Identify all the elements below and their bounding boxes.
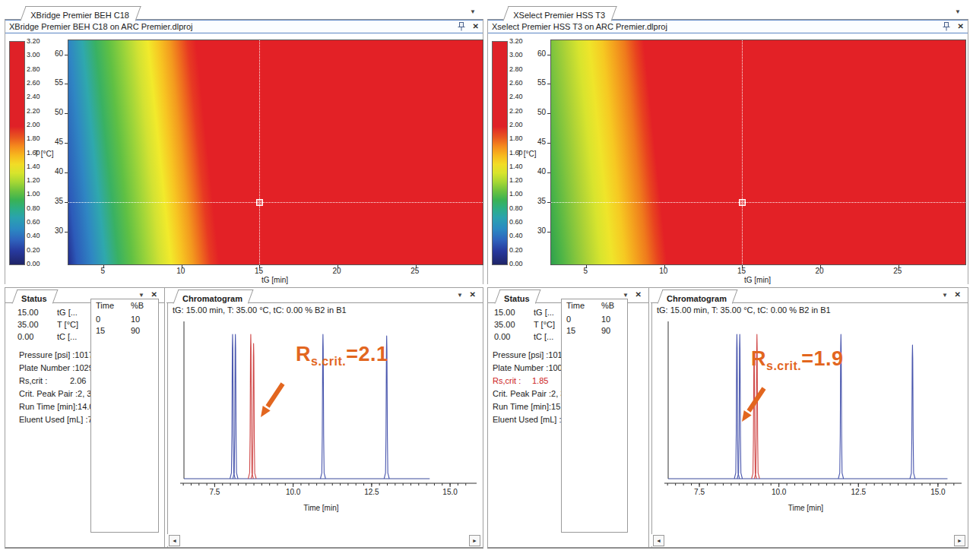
- map-y-tick-label: 50: [55, 108, 63, 116]
- chrom-x-tick-label: 7.5: [209, 488, 220, 496]
- gradient-table-header: Time%B: [562, 299, 627, 314]
- colorbar-tick-label: 2.00: [27, 121, 40, 128]
- status-input-label: tC [...: [57, 332, 77, 341]
- colorbar-tick-label: 0.80: [509, 204, 523, 212]
- pin-icon[interactable]: [943, 22, 950, 31]
- chromatogram-tab[interactable]: Chromatogram: [173, 289, 254, 304]
- tab-list-dropdown-icon[interactable]: ▼: [470, 8, 476, 16]
- document-tab-strip: XSelect Premier HSS T3 ▼: [487, 5, 968, 20]
- map-y-tick-label: 35: [537, 197, 546, 205]
- colorbar-tick-label: 2.00: [509, 121, 523, 128]
- chromatogram-conditions: tG: 15.00 min, T: 35.00 °C, tC: 0.00 % B…: [657, 305, 831, 315]
- cursor-line-vertical: [742, 40, 743, 264]
- map-plot[interactable]: [550, 40, 966, 265]
- colorbar-tick-label: 2.40: [27, 93, 40, 100]
- map-y-tick: [65, 143, 68, 144]
- map-y-tick-label: 40: [537, 167, 546, 176]
- cursor-marker[interactable]: [256, 199, 263, 206]
- map-y-tick: [547, 113, 550, 114]
- map-y-tick: [547, 55, 550, 55]
- pin-icon[interactable]: [458, 22, 465, 31]
- status-input-label: tG [...: [57, 308, 78, 317]
- gradient-table-header: Time%B: [91, 299, 158, 314]
- rs-crit-annotation: Rs.crit.=1.9: [751, 347, 844, 373]
- close-icon[interactable]: ✕: [955, 290, 961, 299]
- status-panel: Status ▼ ✕ 15.00tG [...35.00T [°C]0.00tC…: [5, 288, 164, 547]
- close-icon[interactable]: ✕: [635, 290, 642, 299]
- close-icon[interactable]: ✕: [151, 290, 157, 299]
- colorbar-tick-label: 3.20: [509, 37, 523, 45]
- document-tab-strip: XBridge Premier BEH C18 ▼: [5, 5, 483, 20]
- scroll-right-button[interactable]: ►: [954, 535, 965, 546]
- close-icon[interactable]: ✕: [958, 23, 964, 30]
- colorbar-tick-label: 0.60: [509, 218, 523, 226]
- scroll-left-button[interactable]: ◄: [653, 535, 664, 546]
- status-tab-label: Status: [21, 294, 47, 303]
- gradient-table-row: 1590: [562, 325, 627, 337]
- resolution-map-window: XBridge Premier BEH C18 on ARC Premier.d…: [5, 20, 483, 284]
- horizontal-scrollbar[interactable]: ◄ ►: [167, 534, 482, 546]
- colorbar-tick-label: 0.00: [27, 260, 40, 267]
- annotation-arrow-icon: [739, 385, 769, 425]
- colorbar-tick-label: 2.80: [509, 65, 523, 73]
- status-input-label: T [°C]: [57, 320, 78, 329]
- map-y-tick-label: 40: [55, 167, 63, 176]
- tab-list-dropdown-icon[interactable]: ▼: [955, 8, 961, 16]
- gradient-table-header-time: Time: [566, 301, 601, 310]
- status-input-label: tG [...: [534, 308, 554, 317]
- map-y-tick-label: 30: [537, 226, 546, 235]
- scroll-right-button[interactable]: ►: [469, 535, 480, 546]
- cursor-marker[interactable]: [739, 199, 746, 206]
- chromatogram-panel: Chromatogram ▼ ✕ tG: 15.00 min, T: 35.00…: [166, 288, 483, 547]
- map-y-tick: [547, 172, 550, 173]
- status-tab[interactable]: Status: [12, 289, 59, 304]
- map-y-tick-label: 55: [537, 78, 546, 87]
- cursor-line-horizontal: [551, 202, 965, 203]
- annotation-sub: s.crit.: [766, 359, 801, 372]
- panel-menu-icon[interactable]: ▼: [138, 292, 144, 299]
- gradient-table-header-time: Time: [96, 301, 131, 310]
- map-y-tick: [547, 143, 550, 144]
- colorbar-tick-label: 2.60: [27, 79, 40, 87]
- map-plot[interactable]: [68, 40, 483, 265]
- panel-menu-icon[interactable]: ▼: [942, 292, 948, 299]
- status-param-value: 1.85: [532, 376, 548, 385]
- horizontal-scrollbar[interactable]: ◄ ►: [651, 534, 967, 546]
- map-y-tick: [547, 232, 550, 233]
- map-y-tick: [547, 84, 550, 84]
- close-icon[interactable]: ✕: [473, 23, 479, 30]
- status-tab[interactable]: Status: [495, 289, 541, 304]
- panel-menu-icon[interactable]: ▼: [457, 292, 463, 299]
- document-tab-xbridge[interactable]: XBridge Premier BEH C18: [20, 6, 141, 21]
- colorbar-tick-label: 1.00: [509, 190, 523, 198]
- status-param-label: Plate Number :: [493, 362, 548, 375]
- colorbar-tick-label: 0.60: [27, 218, 40, 226]
- scroll-left-button[interactable]: ◄: [169, 535, 180, 546]
- status-param-label: Rs,crit :: [493, 375, 532, 388]
- map-x-tick-label: 20: [333, 267, 341, 275]
- map-y-tick-label: 50: [537, 108, 546, 116]
- status-param-label: Rs,crit :: [19, 375, 70, 388]
- window-title: XBridge Premier BEH C18 on ARC Premier.d…: [9, 22, 458, 31]
- gradient-table-header-percent: %B: [131, 301, 144, 310]
- chrom-x-tick-label: 12.5: [851, 488, 867, 496]
- map-x-axis-label: tG [min]: [68, 276, 482, 284]
- colorbar-tick-label: 2.80: [27, 65, 40, 73]
- close-icon[interactable]: ✕: [470, 290, 476, 299]
- status-panel: Status ▼ ✕ 15.00tG [...35.00T [°C]0.00tC…: [488, 288, 648, 547]
- status-input-value: 15.00: [17, 306, 57, 318]
- map-x-ticks: 510152025: [68, 267, 482, 276]
- panel-menu-icon[interactable]: ▼: [623, 292, 629, 299]
- gradient-percent-cell: 90: [601, 326, 610, 335]
- colorbar-tick-label: 1.20: [27, 176, 40, 184]
- chrom-x-tick-label: 12.5: [364, 488, 379, 496]
- gradient-table: Time%B 0101590: [561, 299, 628, 533]
- gradient-time-cell: 0: [566, 314, 601, 325]
- document-tab-xselect[interactable]: XSelect Premier HSS T3: [502, 6, 616, 21]
- annotation-r: R: [751, 347, 766, 370]
- map-y-ticks: 60555045403530: [531, 40, 547, 264]
- gradient-percent-cell: 90: [131, 326, 140, 335]
- chromatogram-tab[interactable]: Chromatogram: [658, 289, 738, 304]
- colorbar-tick-label: 3.00: [509, 51, 523, 59]
- annotation-arrow-icon: [258, 381, 288, 420]
